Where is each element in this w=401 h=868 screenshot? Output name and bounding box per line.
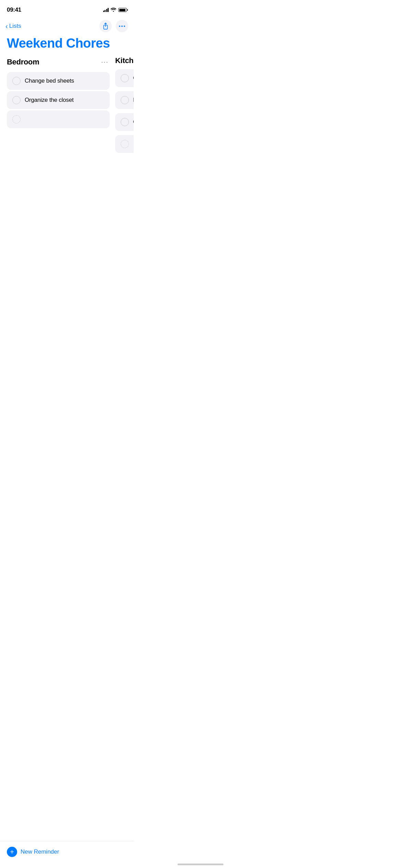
task-item[interactable]: Mo [115,91,134,109]
svg-point-1 [119,25,120,27]
task-checkbox[interactable] [121,74,129,82]
status-time: 09:41 [7,7,21,13]
task-item[interactable]: Org [115,113,134,131]
task-checkbox[interactable] [12,96,21,104]
svg-point-3 [124,25,125,27]
ellipsis-icon [119,25,125,27]
status-icons [103,7,127,13]
bedroom-more-button[interactable]: ··· [100,56,110,68]
content-area: Bedroom ··· Change bed sheets Organize t… [0,56,134,153]
bedroom-column: Bedroom ··· Change bed sheets Organize t… [7,56,110,153]
kitchen-column: Kitche Cle Mo Org [115,56,134,153]
share-icon [102,23,109,29]
page-title: Weekend Chores [7,36,127,51]
svg-point-2 [121,25,123,27]
bedroom-column-title: Bedroom [7,58,39,67]
task-label: Cle [133,75,134,82]
task-item[interactable]: Organize the closet [7,91,110,109]
task-item[interactable]: Change bed sheets [7,72,110,90]
task-item-empty[interactable] [7,110,110,128]
kitchen-task-list: Cle Mo Org [115,69,134,153]
kitchen-column-header: Kitche [115,56,134,65]
bedroom-task-list: Change bed sheets Organize the closet [7,72,110,128]
more-button[interactable] [116,20,128,32]
task-label: Organize the closet [25,97,74,104]
task-label: Change bed sheets [25,77,74,84]
back-chevron-icon: ‹ [5,23,8,29]
task-checkbox[interactable] [121,96,129,104]
page-title-area: Weekend Chores [0,35,134,56]
back-button[interactable]: ‹ Lists [5,23,21,29]
task-checkbox-empty[interactable] [12,115,21,123]
status-bar: 09:41 [0,0,134,17]
task-checkbox[interactable] [121,118,129,126]
task-checkbox-empty[interactable] [121,140,129,148]
nav-actions [99,20,128,32]
task-item-empty[interactable] [115,135,134,153]
task-checkbox[interactable] [12,77,21,85]
nav-bar: ‹ Lists [0,17,134,35]
task-label: Org [133,119,134,125]
share-button[interactable] [99,20,112,32]
task-item[interactable]: Cle [115,69,134,87]
bedroom-column-header: Bedroom ··· [7,56,110,68]
kitchen-column-title: Kitche [115,56,134,65]
signal-icon [103,8,109,12]
back-label: Lists [9,23,21,29]
task-label: Mo [133,97,134,104]
wifi-icon [111,7,116,13]
battery-icon [118,8,127,12]
